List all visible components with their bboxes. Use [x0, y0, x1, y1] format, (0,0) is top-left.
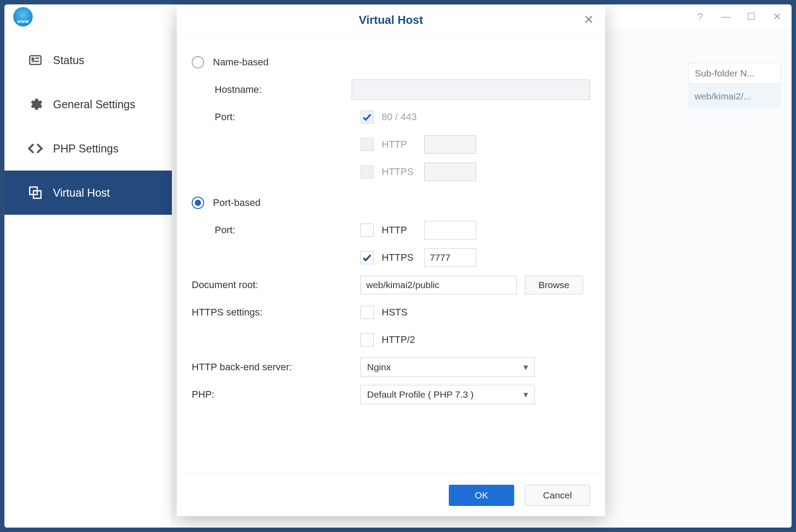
app-icon	[13, 7, 33, 27]
name-https-label: HTTPS	[382, 166, 416, 178]
dialog-title: Virtual Host	[359, 13, 423, 27]
port-http-checkbox[interactable]	[360, 224, 374, 237]
sidebar: Status General Settings PHP Settings Vir…	[4, 29, 172, 528]
table-row[interactable]: web/kimai2/...	[688, 84, 781, 109]
status-icon	[27, 52, 43, 68]
name-http-checkbox	[360, 138, 374, 151]
name-port-label: Port:	[215, 111, 360, 123]
cancel-button[interactable]: Cancel	[525, 485, 590, 506]
column-header-subfolder[interactable]: Sub-folder N...	[688, 63, 781, 84]
maximize-icon[interactable]: ☐	[746, 11, 757, 23]
php-label: PHP:	[192, 389, 360, 400]
sidebar-item-label: Virtual Host	[53, 186, 110, 199]
svg-rect-0	[30, 56, 41, 65]
document-root-input[interactable]	[360, 276, 517, 294]
hostname-input[interactable]	[352, 80, 590, 100]
port-https-checkbox[interactable]	[360, 251, 374, 264]
chevron-down-icon: ▾	[523, 389, 528, 400]
document-root-label: Document root:	[192, 279, 360, 291]
name-based-radio[interactable]	[192, 56, 204, 68]
minimize-icon[interactable]: —	[720, 11, 732, 23]
port-https-input[interactable]	[424, 248, 476, 267]
virtual-host-dialog: Virtual Host ✕ Name-based Hostname: Port…	[177, 5, 605, 516]
backend-select[interactable]: Nginx ▾	[360, 357, 535, 377]
close-window-icon[interactable]: ✕	[771, 11, 783, 23]
sidebar-item-php-settings[interactable]: PHP Settings	[4, 126, 172, 171]
backend-value: Nginx	[367, 362, 391, 372]
code-icon	[27, 141, 43, 156]
sidebar-item-label: General Settings	[53, 98, 135, 111]
sidebar-item-label: PHP Settings	[53, 142, 118, 155]
sidebar-item-label: Status	[53, 54, 84, 67]
help-icon[interactable]: ?	[694, 11, 706, 23]
sidebar-item-status[interactable]: Status	[4, 38, 172, 82]
dialog-footer: OK Cancel	[177, 474, 605, 516]
name-based-row: Name-based	[192, 49, 590, 76]
name-https-checkbox	[360, 165, 374, 179]
php-select[interactable]: Default Profile ( PHP 7.3 ) ▾	[360, 385, 535, 404]
gear-icon	[27, 96, 43, 112]
virtual-host-icon	[27, 185, 43, 201]
svg-point-1	[32, 58, 34, 60]
http2-label: HTTP/2	[382, 334, 416, 346]
dialog-titlebar: Virtual Host ✕	[177, 5, 605, 35]
close-icon[interactable]: ✕	[581, 12, 595, 27]
port-port-label: Port:	[215, 224, 360, 236]
sidebar-item-general-settings[interactable]: General Settings	[4, 82, 172, 126]
port-based-row: Port-based	[192, 189, 590, 217]
backend-label: HTTP back-end server:	[192, 361, 360, 373]
port-based-label: Port-based	[213, 197, 261, 209]
port-based-radio[interactable]	[192, 197, 204, 209]
port-http-input[interactable]	[424, 221, 476, 239]
http2-checkbox[interactable]	[360, 333, 374, 346]
sidebar-item-virtual-host[interactable]: Virtual Host	[4, 171, 172, 215]
name-http-port-input	[424, 135, 476, 154]
browse-button[interactable]: Browse	[525, 276, 583, 294]
port-https-label: HTTPS	[382, 252, 416, 263]
name-https-port-input	[424, 163, 476, 181]
hsts-label: HSTS	[382, 307, 416, 318]
port-http-label: HTTP	[382, 224, 416, 236]
chevron-down-icon: ▾	[523, 362, 528, 372]
name-based-label: Name-based	[213, 57, 269, 68]
php-value: Default Profile ( PHP 7.3 )	[367, 389, 474, 400]
https-settings-label: HTTPS settings:	[192, 307, 360, 318]
port-80443-label: 80 / 443	[382, 111, 417, 123]
ok-button[interactable]: OK	[449, 485, 514, 506]
hostname-label: Hostname:	[215, 84, 352, 95]
hsts-checkbox[interactable]	[360, 306, 374, 319]
name-http-label: HTTP	[382, 139, 416, 150]
port-80443-checkbox	[360, 110, 374, 124]
